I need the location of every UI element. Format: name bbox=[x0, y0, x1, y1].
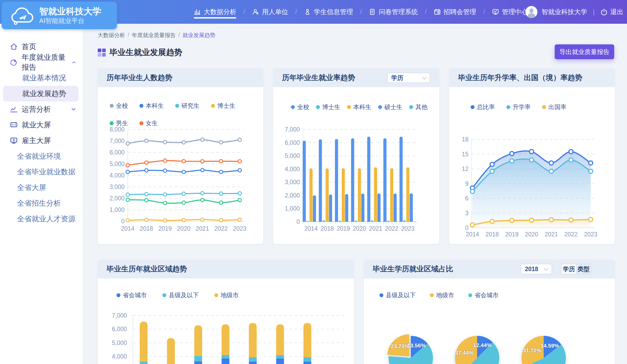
sidebar-item-就业发展趋势[interactable]: 就业发展趋势 bbox=[3, 86, 79, 102]
svg-text:0: 0 bbox=[465, 224, 468, 231]
breadcrumb-item[interactable]: 年度就业质量报告 bbox=[132, 32, 176, 39]
svg-text:23.73%: 23.73% bbox=[391, 343, 409, 349]
legend-dot bbox=[211, 104, 215, 108]
sidebar-item-首页[interactable]: 首页 bbox=[0, 39, 83, 55]
legend-dot bbox=[291, 105, 295, 109]
svg-text:7,000: 7,000 bbox=[112, 312, 127, 319]
legend-label: 全校 bbox=[297, 103, 309, 111]
legend-item-省会城市[interactable]: 省会城市 bbox=[116, 291, 147, 299]
student-icon bbox=[304, 8, 311, 15]
legend-dot bbox=[139, 121, 143, 125]
svg-text:2023: 2023 bbox=[233, 225, 246, 232]
svg-text:18: 18 bbox=[462, 136, 468, 143]
legend-graduates-count: 全校本科生研究生博士生男生女生 bbox=[110, 102, 235, 127]
nav-item-label: 学生信息管理 bbox=[314, 8, 353, 16]
sidebar-item-全省就业人才资源[interactable]: 全省就业人才资源 bbox=[0, 211, 83, 227]
legend-item-硕士生[interactable]: 硕士生 bbox=[378, 103, 402, 111]
legend-item-本科生[interactable]: 本科生 bbox=[347, 103, 371, 111]
legend-item-全校[interactable]: 全校 bbox=[110, 102, 128, 110]
svg-text:3: 3 bbox=[465, 210, 468, 217]
logout-label: 退出 bbox=[610, 8, 623, 16]
nav-separator: / bbox=[295, 8, 297, 15]
card-header: 历年毕业生人数趋势 bbox=[98, 68, 263, 87]
svg-text:2018: 2018 bbox=[485, 231, 499, 238]
sidebar-item-label: 全省招生分析 bbox=[17, 198, 61, 208]
card-header: 毕业生历年就业区域趋势 bbox=[98, 260, 354, 278]
sidebar-item-就业大屏[interactable]: 就业大屏 bbox=[0, 117, 83, 133]
sidebar-item-全省大屏[interactable]: 全省大屏 bbox=[0, 180, 83, 195]
legend-dot bbox=[214, 293, 218, 297]
svg-text:4,000: 4,000 bbox=[112, 353, 127, 360]
svg-text:6,000: 6,000 bbox=[112, 326, 127, 332]
sidebar-item-label: 全省就业环境 bbox=[17, 151, 61, 161]
nav-item-questionnaire[interactable]: 问卷管理系统 bbox=[369, 0, 418, 24]
sidebar-item-运营分析[interactable]: 运营分析 bbox=[0, 102, 83, 117]
legend-label: 省会城市 bbox=[123, 291, 147, 299]
legend-item-博士生[interactable]: 博士生 bbox=[211, 102, 235, 110]
svg-text:2023: 2023 bbox=[584, 231, 597, 238]
legend-item-省会城市[interactable]: 省会城市 bbox=[468, 291, 499, 299]
chevron-up-icon bbox=[72, 61, 75, 64]
legend-label: 本科生 bbox=[146, 102, 164, 110]
avatar[interactable] bbox=[525, 6, 537, 18]
legend-item-本科生[interactable]: 本科生 bbox=[139, 102, 164, 110]
sidebar-item-全省就业环境[interactable]: 全省就业环境 bbox=[0, 148, 83, 164]
sidebar-item-雇主大屏[interactable]: 雇主大屏 bbox=[0, 133, 83, 148]
logout-button[interactable]: 退出 bbox=[600, 8, 623, 16]
legend-item-县级及以下[interactable]: 县级及以下 bbox=[162, 291, 199, 299]
legend-item-升学率[interactable]: 升学率 bbox=[506, 103, 531, 111]
legend-label: 升学率 bbox=[513, 103, 531, 111]
export-report-button[interactable]: 导出就业质量报告 bbox=[555, 44, 614, 59]
legend-item-博士生[interactable]: 博士生 bbox=[316, 103, 340, 111]
legend-item-地级市[interactable]: 地级市 bbox=[214, 291, 239, 299]
legend-item-研究生[interactable]: 研究生 bbox=[175, 102, 200, 110]
svg-text:9: 9 bbox=[465, 180, 468, 187]
nav-item-job-fair[interactable]: 招聘会管理 bbox=[434, 0, 476, 24]
legend-item-全校[interactable]: 全校 bbox=[291, 103, 309, 111]
nav-item-student[interactable]: 学生信息管理 bbox=[304, 0, 353, 24]
job-fair-icon bbox=[434, 8, 441, 15]
sidebar-item-label: 年度就业质量报告 bbox=[22, 52, 72, 72]
legend-label: 总比率 bbox=[477, 103, 495, 111]
pie-chart-1 bbox=[387, 334, 433, 364]
legend-item-男生[interactable]: 男生 bbox=[110, 119, 128, 127]
legend-item-出国率[interactable]: 出国率 bbox=[542, 103, 566, 111]
legend-item-地级市[interactable]: 地级市 bbox=[430, 291, 454, 299]
legend-employment-rate: 全校博士生本科生硕士生其他 bbox=[291, 103, 427, 111]
tab-type[interactable]: 类型 bbox=[576, 264, 591, 274]
sidebar-item-label: 运营分析 bbox=[22, 104, 51, 114]
legend-dot bbox=[110, 121, 114, 125]
legend-label: 县级及以下 bbox=[169, 291, 199, 299]
nav-item-employer[interactable]: 用人单位 bbox=[252, 0, 288, 24]
employer-icon bbox=[252, 8, 259, 15]
pie-chart-3 bbox=[521, 336, 566, 364]
card-employment-region-trend: 毕业生历年就业区域趋势 省会城市县级及以下地级市 01,0002,0003,00… bbox=[98, 260, 354, 364]
legend-dot bbox=[430, 293, 434, 297]
svg-text:2014: 2014 bbox=[466, 231, 479, 238]
sidebar-item-年度就业质量报告[interactable]: 年度就业质量报告 bbox=[0, 55, 83, 70]
sidebar: 首页年度就业质量报告就业基本情况就业发展趋势运营分析就业大屏雇主大屏全省就业环境… bbox=[0, 24, 83, 364]
sidebar-item-label: 就业基本情况 bbox=[22, 73, 66, 83]
nav-item-bar-chart[interactable]: 大数据分析 bbox=[194, 0, 236, 24]
legend-item-其他[interactable]: 其他 bbox=[409, 103, 427, 111]
brand-text: 智就业科技大学 AI智能就业平台 bbox=[39, 6, 101, 25]
questionnaire-icon bbox=[369, 8, 376, 15]
svg-text:13.56%: 13.56% bbox=[407, 342, 426, 348]
brand-logo[interactable]: 智就业科技大学 AI智能就业平台 bbox=[2, 2, 117, 29]
user-name: 智就业科技大学 bbox=[542, 8, 587, 16]
tab-degree[interactable]: 学历 bbox=[562, 264, 576, 274]
breadcrumb-item[interactable]: 大数据分析 bbox=[98, 32, 125, 39]
legend-item-总比率[interactable]: 总比率 bbox=[471, 103, 495, 111]
svg-text:3,000: 3,000 bbox=[285, 179, 300, 186]
svg-text:5,000: 5,000 bbox=[285, 152, 300, 159]
sidebar-item-全省毕业就业数据[interactable]: 全省毕业就业数据 bbox=[0, 164, 83, 180]
svg-text:5,000: 5,000 bbox=[109, 160, 125, 167]
nav-item-admin[interactable]: 管理中心 bbox=[492, 0, 528, 24]
legend-item-女生[interactable]: 女生 bbox=[139, 119, 158, 127]
legend-dot bbox=[116, 293, 120, 297]
sidebar-item-全省招生分析[interactable]: 全省招生分析 bbox=[0, 195, 83, 211]
degree-filter-dropdown[interactable]: 学历 bbox=[387, 73, 430, 83]
legend-item-县级及以下[interactable]: 县级及以下 bbox=[379, 291, 416, 299]
sidebar-item-就业基本情况[interactable]: 就业基本情况 bbox=[0, 70, 83, 86]
year-filter-dropdown[interactable]: 2018 bbox=[521, 264, 552, 274]
